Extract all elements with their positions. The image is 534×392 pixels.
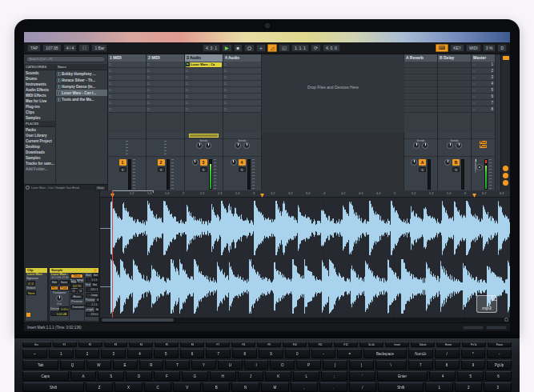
key-caps[interactable]: Caps bbox=[22, 371, 69, 381]
raw-preview-toggle[interactable]: Raw bbox=[95, 186, 106, 190]
send-a-knob[interactable] bbox=[235, 142, 241, 149]
send-b-knob[interactable] bbox=[205, 142, 211, 149]
clip-stop-button[interactable] bbox=[224, 82, 227, 85]
key-7[interactable]: 7 bbox=[408, 360, 433, 370]
computer-midi-keyboard-toggle[interactable]: ⌨ bbox=[436, 44, 449, 52]
scene-slot[interactable]: ▷2 bbox=[472, 68, 496, 74]
clip-stop-button[interactable] bbox=[224, 108, 227, 110]
pan-knob[interactable] bbox=[231, 159, 237, 166]
half-tempo-button[interactable]: :2 bbox=[70, 289, 77, 294]
key-1[interactable]: 1 bbox=[425, 382, 453, 392]
clip-gain-value[interactable]: 0.00 dB bbox=[50, 311, 68, 316]
scene-launch-icon[interactable]: ▷ bbox=[473, 108, 476, 111]
clip-slot[interactable] bbox=[108, 100, 147, 106]
return-activator-a[interactable]: A bbox=[419, 159, 426, 166]
key--[interactable]: / bbox=[349, 382, 377, 392]
session-clip[interactable]: ▶Loser Ware - Ca bbox=[186, 62, 222, 67]
key-esc[interactable]: Esc bbox=[22, 342, 51, 347]
key-l[interactable]: L bbox=[293, 371, 319, 381]
clip-slot[interactable] bbox=[185, 74, 223, 81]
track-activator-1[interactable]: 1 bbox=[119, 159, 126, 166]
clip-stop-button[interactable] bbox=[224, 95, 227, 98]
key-f12[interactable]: F12 bbox=[334, 342, 358, 347]
clip-slot[interactable] bbox=[108, 62, 147, 68]
clip-slot[interactable] bbox=[147, 68, 185, 74]
browser-category-sounds[interactable]: Sounds bbox=[24, 70, 55, 76]
clip-slot[interactable] bbox=[108, 106, 147, 113]
solo-button[interactable]: S bbox=[239, 167, 246, 172]
key-g[interactable]: G bbox=[182, 371, 208, 381]
post-toggle-b[interactable]: Post bbox=[480, 145, 488, 148]
key--[interactable]: ' bbox=[349, 371, 375, 381]
tap-tempo-button[interactable]: TAP bbox=[27, 44, 41, 52]
return-slot[interactable] bbox=[438, 94, 472, 100]
clip-stop-button[interactable] bbox=[109, 102, 111, 104]
clip-slot[interactable] bbox=[223, 87, 262, 94]
key-shift[interactable]: Shift bbox=[22, 382, 84, 392]
key-a[interactable]: A bbox=[70, 371, 97, 381]
cue-headphone-button[interactable] bbox=[476, 164, 483, 170]
return-slot[interactable] bbox=[404, 106, 438, 113]
save-button[interactable]: Save bbox=[59, 280, 69, 285]
key-2[interactable]: 2 bbox=[455, 382, 483, 392]
send-b-knob[interactable] bbox=[422, 142, 428, 149]
automation-arm-button[interactable]: ◿ bbox=[267, 44, 278, 52]
key--[interactable]: [ bbox=[323, 360, 347, 370]
key-n[interactable]: N bbox=[231, 382, 259, 392]
browser-category-max-for-live[interactable]: Max for Live bbox=[24, 98, 55, 104]
key-pause[interactable]: Pause bbox=[488, 342, 512, 347]
return-track-header-a[interactable]: A Reverb bbox=[404, 54, 438, 62]
show-sends-toggle[interactable] bbox=[503, 173, 508, 178]
scene-slot[interactable]: ▷4 bbox=[472, 81, 496, 87]
clip-slot[interactable] bbox=[223, 100, 262, 106]
show-io-toggle[interactable] bbox=[503, 166, 508, 171]
stop-button[interactable]: ■ bbox=[234, 44, 243, 52]
key-f8[interactable]: F8 bbox=[231, 342, 255, 347]
key-enter[interactable]: Enter bbox=[377, 371, 428, 381]
browser-category-clips[interactable]: Clips bbox=[24, 110, 55, 115]
key-f4[interactable]: F4 bbox=[129, 342, 153, 347]
key-f10[interactable]: F10 bbox=[283, 342, 307, 347]
loop-start-field[interactable]: 1. 1. 1 bbox=[291, 44, 309, 52]
return-slot[interactable] bbox=[404, 81, 438, 87]
scene-slot[interactable]: ▷1 bbox=[472, 62, 496, 68]
key--[interactable]: / bbox=[435, 349, 460, 358]
clip-slot[interactable] bbox=[108, 68, 147, 74]
key-7[interactable]: 7 bbox=[206, 349, 231, 358]
pan-knob[interactable] bbox=[192, 159, 199, 166]
key-p[interactable]: P bbox=[296, 360, 321, 370]
name-column-header[interactable]: Name bbox=[56, 64, 107, 70]
follow-button[interactable] bbox=[504, 318, 508, 322]
key-numlk[interactable]: NumLk bbox=[408, 349, 433, 358]
key-delete[interactable]: Delete bbox=[411, 342, 435, 347]
clip-stop-button[interactable] bbox=[147, 108, 150, 110]
return-slot[interactable] bbox=[404, 74, 438, 81]
scrollbar-handle[interactable] bbox=[102, 318, 174, 322]
waveform-editor[interactable]: 11.21.31.422.22.32.433.23.33.444.24.34.4… bbox=[100, 190, 510, 322]
browser-category-drums[interactable]: Drums bbox=[24, 76, 55, 82]
send-a-knob[interactable] bbox=[196, 142, 203, 149]
clip-slot[interactable] bbox=[185, 100, 223, 106]
key-x[interactable]: X bbox=[114, 382, 143, 392]
time-signature-field[interactable]: 4 / 4 bbox=[63, 44, 78, 52]
scene-launch-icon[interactable]: ▷ bbox=[473, 70, 476, 73]
browser-place-add-folder-[interactable]: Add Folder... bbox=[24, 166, 55, 172]
length-value[interactable]: 23 0 0 bbox=[86, 312, 99, 317]
overdub-button[interactable]: + bbox=[256, 44, 266, 52]
sample-waveform[interactable] bbox=[100, 198, 510, 318]
key-3[interactable]: 3 bbox=[101, 349, 126, 358]
clip-stop-button[interactable] bbox=[109, 89, 111, 91]
track-header-4[interactable]: 4 Audio bbox=[223, 54, 262, 62]
key-f7[interactable]: F7 bbox=[206, 342, 230, 347]
key--[interactable]: = bbox=[337, 349, 362, 358]
return-slot[interactable] bbox=[404, 68, 438, 74]
scene-launch-icon[interactable]: ▷ bbox=[473, 63, 476, 66]
clip-stop-button[interactable] bbox=[109, 76, 111, 78]
clip-stop-button[interactable] bbox=[224, 63, 227, 66]
track-activator-2[interactable]: 2 bbox=[158, 159, 165, 166]
key-z[interactable]: Z bbox=[86, 382, 114, 392]
clip-stop-button[interactable] bbox=[147, 76, 150, 78]
key-f[interactable]: F bbox=[154, 371, 180, 381]
record-button[interactable] bbox=[244, 44, 255, 52]
clip-slot[interactable] bbox=[108, 87, 147, 94]
